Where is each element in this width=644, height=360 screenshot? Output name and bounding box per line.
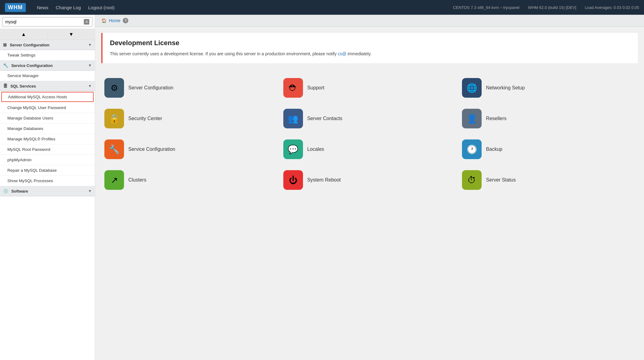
grid-item-service-config[interactable]: 🔧 Service Configuration — [101, 134, 280, 165]
grid-item-networking[interactable]: 🌐 Networking Setup — [459, 72, 638, 103]
grid-item-clusters[interactable]: ↗ Clusters — [101, 165, 280, 195]
sidebar-item-mysql-user-password[interactable]: Change MySQL User Password — [0, 103, 95, 113]
nav-down-button[interactable]: ▼ — [48, 29, 95, 40]
icon-img-contacts: 👥 — [283, 109, 303, 128]
icon-grid: ⚙ Server Configuration ⛑ Support 🌐 Netwo… — [95, 69, 644, 202]
section-sql-services-chevron: ▼ — [88, 84, 92, 88]
icon-img-networking: 🌐 — [462, 78, 482, 98]
sidebar-item-tweak-settings[interactable]: Tweak Settings — [0, 50, 95, 61]
breadcrumb: 🏠 Home ? — [95, 15, 644, 27]
sidebar-item-phpmyadmin[interactable]: phpMyAdmin — [0, 155, 95, 165]
topbar: WHM News Change Log Logout (root) CENTOS… — [0, 0, 644, 15]
sidebar-item-service-manager[interactable]: Service Manager — [0, 71, 95, 81]
search-bar: ✕ — [0, 15, 95, 29]
service-config-section-icon: 🔧 — [3, 63, 8, 68]
section-software[interactable]: 💿 Software ▼ — [0, 186, 95, 196]
icon-img-resellers: 👤 — [462, 109, 482, 128]
icon-label-contacts: Server Contacts — [307, 116, 343, 121]
sidebar-item-mysql-access-hosts[interactable]: Additional MySQL Access Hosts — [1, 92, 94, 102]
icon-label-status: Server Status — [486, 177, 516, 183]
icon-img-service-config: 🔧 — [104, 139, 124, 159]
grid-item-server-config[interactable]: ⚙ Server Configuration — [101, 72, 280, 103]
icon-img-backup: 🕐 — [462, 139, 482, 159]
help-icon[interactable]: ? — [123, 18, 128, 23]
nav-up-button[interactable]: ▲ — [0, 29, 48, 40]
section-service-config[interactable]: 🔧 Service Configuration ▼ — [0, 61, 95, 71]
grid-item-resellers[interactable]: 👤 Resellers — [459, 103, 638, 134]
dev-license-text: This server currently uses a development… — [110, 51, 630, 57]
icon-label-networking: Networking Setup — [486, 85, 525, 91]
section-sql-services-label: SQL Services — [10, 84, 36, 88]
icon-img-support: ⛑ — [283, 78, 303, 98]
icon-img-status: ⏱ — [462, 170, 482, 190]
section-software-chevron: ▼ — [88, 189, 92, 193]
sidebar-item-manage-databases[interactable]: Manage Databases — [0, 123, 95, 134]
breadcrumb-home[interactable]: Home — [109, 18, 120, 23]
server-config-icon: ⊞ — [3, 42, 7, 47]
sidebar-item-mysql-processes[interactable]: Show MySQL Processes — [0, 176, 95, 186]
load-averages: Load Averages: 0.03 0.02 0.05 — [585, 5, 639, 10]
icon-label-support: Support — [307, 85, 324, 91]
grid-item-contacts[interactable]: 👥 Server Contacts — [280, 103, 459, 134]
main-layout: ✕ ▲ ▼ ⊞ Server Configuration ▼ Tweak Set… — [0, 15, 644, 360]
nav-changelog[interactable]: Change Log — [56, 5, 81, 10]
sidebar-item-mysql-root-password[interactable]: MySQL Root Password — [0, 144, 95, 155]
icon-img-clusters: ↗ — [104, 170, 124, 190]
clear-search-button[interactable]: ✕ — [84, 19, 89, 25]
sql-services-icon: 🗄 — [3, 84, 7, 88]
icon-img-reboot: ⏻ — [283, 170, 303, 190]
sidebar-item-manage-db-users[interactable]: Manage Database Users — [0, 113, 95, 123]
sidebar-item-mysql-profiles[interactable]: Manage MySQL® Profiles — [0, 134, 95, 144]
icon-img-locales: 💬 — [283, 139, 303, 159]
icon-label-backup: Backup — [486, 147, 502, 152]
section-service-config-chevron: ▼ — [88, 63, 92, 68]
content-area: 🏠 Home ? Development License This server… — [95, 15, 644, 360]
search-input[interactable] — [2, 17, 92, 26]
grid-item-locales[interactable]: 💬 Locales — [280, 134, 459, 165]
icon-label-security: Security Center — [128, 116, 162, 121]
section-server-config-chevron: ▼ — [88, 43, 92, 47]
dev-license-email[interactable]: cs@ — [338, 51, 346, 56]
icon-label-service-config: Service Configuration — [128, 147, 175, 152]
nav-arrows: ▲ ▼ — [0, 29, 95, 40]
sidebar-item-repair-mysql[interactable]: Repair a MySQL Database — [0, 165, 95, 176]
dev-license-title: Development License — [110, 39, 630, 47]
grid-item-backup[interactable]: 🕐 Backup — [459, 134, 638, 165]
icon-label-server-config: Server Configuration — [128, 85, 173, 91]
sidebar: ✕ ▲ ▼ ⊞ Server Configuration ▼ Tweak Set… — [0, 15, 95, 360]
grid-item-status[interactable]: ⏱ Server Status — [459, 165, 638, 195]
section-software-label: Software — [11, 189, 28, 194]
icon-label-resellers: Resellers — [486, 116, 506, 121]
grid-item-security[interactable]: 🔒 Security Center — [101, 103, 280, 134]
server-info: CENTOS 7.3 x86_64 kvm – trycpanel WHM 62… — [453, 5, 639, 10]
icon-img-security: 🔒 — [104, 109, 124, 128]
icon-img-server-config: ⚙ — [104, 78, 124, 98]
section-sql-services[interactable]: 🗄 SQL Services ▼ — [0, 81, 95, 91]
nav-news[interactable]: News — [37, 5, 48, 10]
grid-item-support[interactable]: ⛑ Support — [280, 72, 459, 103]
section-service-config-label: Service Configuration — [11, 63, 53, 68]
whm-version: WHM 62.0 (build 15) [DEV] — [528, 5, 576, 10]
software-icon: 💿 — [3, 189, 8, 194]
server-hostname: CENTOS 7.3 x86_64 kvm – trycpanel — [453, 5, 520, 10]
dev-license-banner: Development License This server currentl… — [101, 33, 638, 63]
grid-item-reboot[interactable]: ⏻ System Reboot — [280, 165, 459, 195]
section-server-config[interactable]: ⊞ Server Configuration ▼ — [0, 40, 95, 50]
nav-logout[interactable]: Logout (root) — [88, 5, 114, 10]
icon-label-clusters: Clusters — [128, 177, 146, 183]
home-icon: 🏠 — [101, 18, 107, 23]
icon-label-reboot: System Reboot — [307, 177, 341, 183]
whm-logo: WHM — [5, 3, 26, 12]
section-server-config-label: Server Configuration — [10, 43, 49, 47]
icon-label-locales: Locales — [307, 147, 324, 152]
